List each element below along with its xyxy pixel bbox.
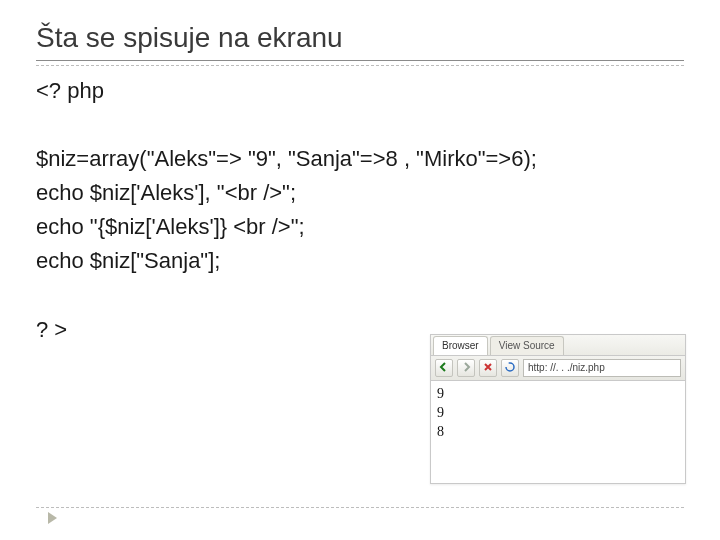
- bullet-icon: [48, 512, 57, 524]
- stop-icon: [483, 362, 493, 374]
- code-line: echo "{$niz['Aleks']} <br />";: [36, 214, 305, 239]
- arrow-left-icon: [439, 362, 449, 374]
- arrow-right-icon: [461, 362, 471, 374]
- code-line: ? >: [36, 317, 67, 342]
- back-button[interactable]: [435, 359, 453, 377]
- code-line: echo $niz["Sanja"];: [36, 248, 220, 273]
- code-line: $niz=array("Aleks"=> "9", "Sanja"=>8 , "…: [36, 146, 537, 171]
- output-line: 9: [437, 385, 679, 404]
- tab-browser[interactable]: Browser: [433, 336, 488, 355]
- output-line: 8: [437, 423, 679, 442]
- tab-view-source[interactable]: View Source: [490, 336, 564, 355]
- browser-preview: Browser View Source: [430, 334, 686, 484]
- refresh-button[interactable]: [501, 359, 519, 377]
- code-line: <? php: [36, 78, 104, 103]
- page-title: Šta se spisuje na ekranu: [36, 22, 684, 61]
- divider: [36, 65, 684, 66]
- output-line: 9: [437, 404, 679, 423]
- slide: Šta se spisuje na ekranu <? php $niz=arr…: [0, 0, 720, 540]
- refresh-icon: [505, 362, 515, 374]
- tab-bar: Browser View Source: [431, 335, 685, 356]
- stop-button[interactable]: [479, 359, 497, 377]
- divider: [36, 507, 684, 508]
- browser-viewport: 9 9 8: [431, 381, 685, 446]
- forward-button[interactable]: [457, 359, 475, 377]
- code-line: echo $niz['Aleks'], "<br />";: [36, 180, 296, 205]
- address-bar[interactable]: http: //. . ./niz.php: [523, 359, 681, 377]
- toolbar: http: //. . ./niz.php: [431, 356, 685, 381]
- code-block: <? php $niz=array("Aleks"=> "9", "Sanja"…: [36, 74, 684, 347]
